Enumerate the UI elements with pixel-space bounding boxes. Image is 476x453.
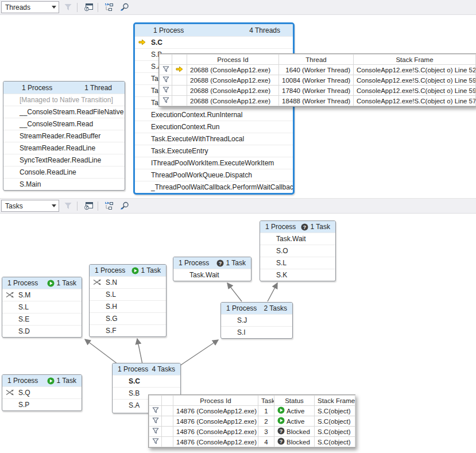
flag-filter-icon[interactable] (152, 439, 159, 446)
stack-frame-row[interactable]: S.E (2, 313, 82, 325)
stack-frame-row[interactable]: S.N (90, 276, 166, 288)
frame-label: SyncTextReader.ReadLine (20, 156, 101, 164)
toolbar-separator (98, 3, 98, 12)
node-unit-count: 1 Task (141, 266, 161, 274)
datatip-column-header: Process Id (173, 396, 258, 406)
stack-frame-row[interactable]: S.L (2, 301, 82, 313)
stack-frame-row[interactable]: ThreadPoolWorkQueue.Dispatch (135, 169, 293, 181)
stack-frame-row[interactable]: IThreadPoolWorkItem.ExecuteWorkItem (135, 157, 293, 169)
datatip-column-header: Status (274, 396, 315, 406)
tasks-datatip: Process IdTaskStatusStack Frame14876 (Co… (148, 394, 355, 448)
datatip-table: Process IdTaskStatusStack Frame14876 (Co… (149, 395, 355, 447)
task-blocked-icon: ? (301, 223, 308, 231)
stack-frame-row[interactable]: ExecutionContext.RunInternal (135, 109, 293, 121)
stack-frame-row[interactable]: S.O (260, 245, 335, 257)
flag-filter-icon[interactable] (152, 428, 159, 435)
stack-frame-row[interactable]: S.D (2, 325, 82, 337)
datatip-cell-status: ?Blocked (274, 437, 315, 447)
stack-frame-row[interactable]: S.C (135, 36, 293, 48)
stack-frame-row[interactable]: S.J (221, 314, 292, 326)
node-header[interactable]: 1 Process4 Tasks (113, 363, 180, 375)
stack-frame-row[interactable]: Task.Wait (260, 233, 335, 245)
stack-frame-row[interactable]: S.H (90, 300, 166, 312)
status-badge: Active (277, 417, 311, 425)
frame-label: S.G (106, 315, 118, 323)
stack-frame-row[interactable]: __ConsoleStream.Read (3, 118, 125, 130)
stack-frame-row[interactable]: S.M (2, 289, 82, 301)
node-header[interactable]: 1 Process1 Task (2, 375, 82, 386)
flag-filter-cell (149, 427, 162, 437)
flag-filter-icon[interactable] (162, 98, 169, 104)
task-blocked-icon: ? (277, 427, 285, 436)
tasks-graph-canvas: 1 Process?1 TaskTask.WaitS.OS.LS.K 1 Pro… (0, 214, 476, 453)
stack-frame-row[interactable]: SyncTextReader.ReadLine (3, 154, 125, 166)
stack-frame-row[interactable]: S.I (221, 326, 292, 338)
node-header[interactable]: 1 Process4 Threads (135, 24, 293, 36)
chevron-down-icon (52, 204, 56, 207)
datatip-column-header: Thread (279, 55, 354, 65)
show-only-flagged-icon[interactable] (82, 200, 95, 212)
node-header[interactable]: 1 Process?1 Task (173, 257, 251, 269)
svg-text:?: ? (303, 224, 306, 230)
node-header[interactable]: 1 Process?1 Task (260, 221, 335, 233)
datatip-cell-stack_frame: S.C(object) (315, 437, 355, 447)
node-header[interactable]: 1 Process1 Task (2, 277, 82, 289)
datatip-column-header: Process Id (187, 55, 279, 65)
stack-frame-row[interactable]: S.C (113, 375, 180, 387)
stack-frame-row[interactable]: ExecutionContext.Run (135, 121, 293, 133)
node-count-group: 4 Threads (249, 26, 280, 34)
flag-filter-icon[interactable] (152, 418, 159, 425)
stack-frame-row[interactable]: _ThreadPoolWaitCallback.PerformWaitCallb… (135, 181, 293, 193)
frame-label: Task.ExecuteWithThreadLocal (151, 135, 244, 143)
auto-scroll-zoom-icon[interactable] (118, 200, 131, 212)
stack-frame-row[interactable]: S.L (90, 288, 166, 300)
stack-frame-row[interactable]: __ConsoleStream.ReadFileNative (3, 106, 125, 118)
view-selector-combo[interactable]: Tasks (1, 200, 59, 212)
context-switch-icon (93, 279, 102, 285)
status-text: Blocked (287, 428, 310, 435)
flag-filter-icon[interactable] (152, 408, 159, 415)
stack-frame-row[interactable]: StreamReader.ReadBuffer (3, 130, 125, 142)
stack-frame-row[interactable]: S.Main (3, 178, 125, 190)
stack-frame-row[interactable]: Task.ExecuteEntry (135, 145, 293, 157)
tasks-panel: Tasks (0, 198, 476, 453)
flag-filter-cell (160, 75, 172, 86)
stack-frame-row[interactable]: Console.ReadLine (3, 166, 125, 178)
stack-frame-row[interactable]: Task.Wait (173, 269, 251, 281)
stack-frame-row[interactable]: S.P (2, 398, 82, 411)
datatip-row: 20688 (ConsoleApp12.exe)18488 (Worker Th… (160, 96, 476, 106)
frame-label: S.L (106, 291, 116, 299)
threads-graph-canvas: 1 Process1 Thread[Managed to Native Tran… (0, 15, 476, 198)
method-view-icon[interactable] (102, 200, 116, 212)
auto-scroll-zoom-icon[interactable] (118, 1, 131, 14)
datatip-cell-process_id: 14876 (ConsoleApp12.exe) (173, 406, 258, 416)
node-header[interactable]: 1 Process1 Thread (3, 82, 125, 94)
stack-frame-row[interactable]: S.K (260, 269, 335, 281)
stack-frame-row[interactable]: StreamReader.ReadLine (3, 142, 125, 154)
filter-icon[interactable] (61, 1, 75, 14)
flag-filter-icon[interactable] (162, 87, 169, 94)
datatip-header-blank (172, 55, 187, 65)
datatip-cell-process_id: 14876 (ConsoleApp12.exe) (173, 437, 258, 447)
stack-frame-row[interactable]: S.G (90, 312, 166, 324)
flag-filter-icon[interactable] (162, 67, 169, 73)
datatip-cell-task: 1 (258, 406, 274, 416)
frame-label: Task.Wait (189, 271, 219, 279)
flag-filter-icon[interactable] (162, 77, 169, 84)
stack-frame-row[interactable]: Task.ExecuteWithThreadLocal (135, 133, 293, 145)
threads-toolbar: Threads (0, 0, 476, 15)
node-process-count: 1 Process (95, 266, 125, 274)
show-only-flagged-icon[interactable] (82, 1, 95, 14)
task-node-m: 1 Process1 TaskS.MS.LS.ES.D (2, 277, 82, 338)
node-header[interactable]: 1 Process2 Tasks (221, 303, 292, 314)
node-header[interactable]: 1 Process1 Task (90, 265, 166, 276)
filter-icon[interactable] (61, 200, 75, 212)
datatip-cell-status: Active (274, 406, 315, 416)
stack-frame-row[interactable]: S.Q (2, 386, 82, 398)
stack-frame-row[interactable]: S.F (90, 324, 166, 336)
stack-frame-row[interactable]: [Managed to Native Transition] (3, 94, 125, 106)
method-view-icon[interactable] (102, 1, 116, 14)
frame-label: S.P (18, 401, 29, 409)
view-selector-combo[interactable]: Threads (1, 1, 59, 13)
stack-frame-row[interactable]: S.L (260, 257, 335, 269)
